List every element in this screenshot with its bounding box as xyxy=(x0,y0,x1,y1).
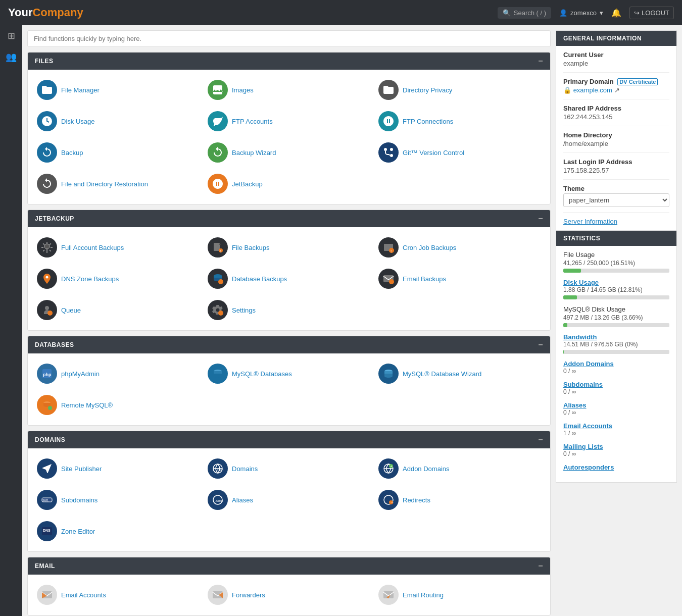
email-backups-item[interactable]: Email Backups xyxy=(374,266,545,292)
backup-wizard-icon xyxy=(208,142,228,163)
notifications-bell[interactable]: 🔔 xyxy=(611,8,621,18)
sidebar-icon-panel: ⊞ 👥 xyxy=(0,25,22,616)
phpmyadmin-item[interactable]: php phpMyAdmin xyxy=(33,361,204,387)
mysql-database-wizard-item[interactable]: MySQL® Database Wizard xyxy=(374,361,545,387)
home-dir-row: Home Directory /home/example xyxy=(563,131,669,153)
primary-domain-row: Primary Domain DV Certificate 🔒 example.… xyxy=(563,78,669,99)
sidebar-grid-icon[interactable]: ⊞ xyxy=(8,30,15,41)
database-backups-label: Database Backups xyxy=(232,275,287,283)
last-login-label: Last Login IP Address xyxy=(563,158,669,166)
file-backups-item[interactable]: ! File Backups xyxy=(204,234,374,261)
email-section-header: EMAIL − xyxy=(28,557,550,575)
file-directory-restoration-icon xyxy=(37,174,57,194)
aliases-label: Aliases xyxy=(232,496,253,504)
file-backups-icon: ! xyxy=(208,237,228,258)
dns-zone-backups-item[interactable]: DNS Zone Backups xyxy=(33,266,204,292)
directory-privacy-item[interactable]: Directory Privacy xyxy=(374,77,545,103)
jetbackup-files-label: JetBackup xyxy=(232,180,263,188)
user-menu[interactable]: 👤 zomexco ▾ xyxy=(559,9,603,17)
email-section: EMAIL − Email Accounts xyxy=(27,557,551,615)
remote-mysql-item[interactable]: Remote MySQL® xyxy=(33,392,204,418)
bandwidth-link[interactable]: Bandwidth xyxy=(563,333,597,341)
mysql-disk-stat: MySQL® Disk Usage 497.2 MB / 13.26 GB (3… xyxy=(563,305,669,327)
sidebar-users-icon[interactable]: 👥 xyxy=(6,52,17,63)
jetbackup-settings-item[interactable]: Settings xyxy=(204,297,374,323)
logout-label: LOGOUT xyxy=(642,9,669,17)
email-collapse-button[interactable]: − xyxy=(538,561,543,571)
server-information-link[interactable]: Server Information xyxy=(563,218,669,225)
primary-domain-value: 🔒 example.com ↗ xyxy=(563,86,669,94)
ftp-connections-item[interactable]: FTP Connections xyxy=(374,108,545,134)
disk-usage-item[interactable]: Disk Usage xyxy=(33,108,204,134)
jetbackup-collapse-button[interactable]: − xyxy=(538,214,543,223)
redirects-item[interactable]: → Redirects xyxy=(374,487,545,513)
autoresponders-link[interactable]: Autoresponders xyxy=(563,464,614,471)
disk-usage-link[interactable]: Disk Usage xyxy=(563,279,599,286)
home-dir-label: Home Directory xyxy=(563,131,669,139)
subdomains-link[interactable]: Subdomains xyxy=(563,381,603,388)
images-item[interactable]: Images xyxy=(204,77,374,103)
theme-label: Theme xyxy=(563,185,669,192)
email-backups-label: Email Backups xyxy=(403,275,446,283)
jetbackup-section: JETBACKUP − Full Account Backups xyxy=(27,210,551,331)
email-grid: Email Accounts Forwarders xyxy=(33,582,545,608)
database-backups-item[interactable]: Database Backups xyxy=(204,266,374,292)
file-usage-label: File Usage xyxy=(563,251,669,259)
subdomains-item[interactable]: sub. Subdomains xyxy=(33,487,204,513)
jetbackup-files-item[interactable]: JetBackup xyxy=(204,171,374,197)
file-directory-restoration-item[interactable]: File and Directory Restoration xyxy=(33,171,204,197)
disk-usage-value: 1.88 GB / 14.65 GB (12.81%) xyxy=(563,286,669,293)
backup-icon xyxy=(37,142,57,163)
zone-editor-item[interactable]: DNS Zone Editor xyxy=(33,518,204,544)
jetbackup-settings-label: Settings xyxy=(232,306,256,314)
brand-company: Company xyxy=(32,6,83,19)
theme-select[interactable]: paper_lantern xyxy=(563,193,669,207)
git-version-control-item[interactable]: Git™ Version Control xyxy=(374,139,545,166)
mailing-lists-link[interactable]: Mailing Lists xyxy=(563,443,603,450)
forwarders-item[interactable]: Forwarders xyxy=(204,582,374,608)
addon-domains-item[interactable]: + Addon Domains xyxy=(374,455,545,482)
queue-icon xyxy=(37,300,57,320)
addon-domains-link[interactable]: Addon Domains xyxy=(563,360,614,368)
domains-section-header: DOMAINS − xyxy=(28,431,550,448)
full-account-backups-item[interactable]: Full Account Backups xyxy=(33,234,204,261)
svg-text:.com: .com xyxy=(215,499,223,502)
search-box[interactable]: 🔍 Search ( / ) xyxy=(498,7,551,19)
disk-usage-fill xyxy=(563,295,577,299)
queue-item[interactable]: Queue xyxy=(33,297,204,323)
domains-collapse-button[interactable]: − xyxy=(538,435,543,444)
domains-item[interactable]: .com Domains xyxy=(204,455,374,482)
file-manager-icon xyxy=(37,80,57,100)
jetbackup-settings-icon xyxy=(208,300,228,320)
current-user-row: Current User example xyxy=(563,51,669,73)
addon-domains-value: 0 / ∞ xyxy=(563,368,669,375)
svg-point-3 xyxy=(384,148,387,151)
dv-cert-badge: DV Certificate xyxy=(617,78,658,85)
email-accounts-item[interactable]: Email Accounts xyxy=(33,582,204,608)
jetbackup-files-icon xyxy=(208,174,228,194)
databases-collapse-button[interactable]: − xyxy=(538,340,543,349)
quick-search-input[interactable] xyxy=(27,30,551,47)
backup-wizard-item[interactable]: Backup Wizard xyxy=(204,139,374,166)
backup-item[interactable]: Backup xyxy=(33,139,204,166)
aliases-link[interactable]: Aliases xyxy=(563,401,587,409)
ftp-connections-icon xyxy=(378,111,399,131)
ftp-connections-label: FTP Connections xyxy=(403,118,453,125)
logout-button[interactable]: ↪ LOGOUT xyxy=(629,7,674,19)
site-publisher-item[interactable]: Site Publisher xyxy=(33,455,204,482)
svg-text:!: ! xyxy=(391,249,392,253)
aliases-item[interactable]: .com Aliases xyxy=(204,487,374,513)
file-manager-label: File Manager xyxy=(61,86,100,94)
ftp-accounts-item[interactable]: FTP Accounts xyxy=(204,108,374,134)
domain-link[interactable]: example.com xyxy=(573,86,612,94)
email-accounts-link[interactable]: Email Accounts xyxy=(563,422,612,430)
mysql-disk-value: 497.2 MB / 13.26 GB (3.66%) xyxy=(563,314,669,321)
email-routing-item[interactable]: Email Routing xyxy=(374,582,545,608)
cron-job-backups-item[interactable]: ! Cron Job Backups xyxy=(374,234,545,261)
mysql-databases-item[interactable]: MySQL® Databases xyxy=(204,361,374,387)
statistics-header: STATISTICS xyxy=(556,231,676,246)
files-collapse-button[interactable]: − xyxy=(538,57,543,66)
svg-text:.com: .com xyxy=(216,468,223,472)
file-manager-item[interactable]: File Manager xyxy=(33,77,204,103)
mysql-databases-icon xyxy=(208,364,228,384)
